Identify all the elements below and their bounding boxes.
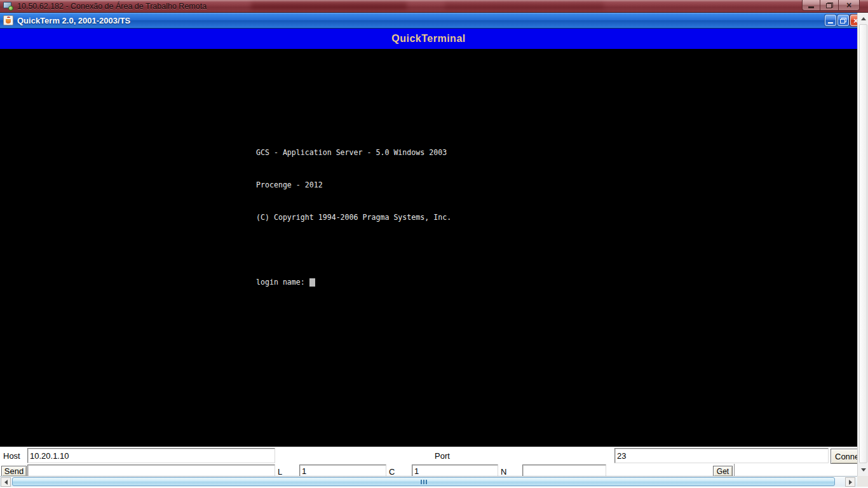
rdp-session-screen: 10.50.62.182 - Conexão de Área de Trabal…	[0, 0, 868, 488]
restore-button[interactable]	[837, 15, 849, 26]
minimize-button[interactable]	[802, 0, 820, 11]
send-button[interactable]: Send	[1, 466, 27, 477]
terminal-prompt-line: login name:	[256, 277, 451, 288]
arrow-up-icon	[861, 17, 866, 20]
terminal-line	[256, 245, 451, 255]
horizontal-scrollbar[interactable]	[0, 476, 857, 487]
remote-desktop-icon	[3, 2, 13, 11]
column-input[interactable]	[412, 464, 498, 477]
vertical-scrollbar[interactable]	[857, 13, 868, 476]
terminal-line: GCS - Application Server - 5.0 Windows 2…	[256, 147, 451, 158]
minimize-icon	[808, 6, 814, 8]
line-input[interactable]	[299, 464, 386, 477]
login-prompt: login name:	[256, 278, 305, 287]
rdp-window-title: 10.50.62.182 - Conexão de Área de Trabal…	[17, 2, 207, 11]
arrow-down-icon	[861, 468, 866, 471]
host-input[interactable]	[27, 448, 275, 463]
minimize-button[interactable]	[825, 15, 836, 26]
close-button[interactable]: ×	[839, 0, 860, 11]
scroll-right-button[interactable]	[845, 477, 855, 487]
minimize-icon	[828, 22, 833, 24]
arrow-right-icon	[849, 480, 852, 485]
block-cursor	[309, 278, 315, 287]
titlebar-glass-artifact	[251, 3, 407, 10]
terminal-output: GCS - Application Server - 5.0 Windows 2…	[256, 126, 451, 309]
connection-form: Host Port Conne Send L C N Get	[0, 447, 857, 477]
host-label: Host	[3, 451, 20, 461]
app-header-title: QuickTerminal	[391, 33, 465, 44]
column-label: C	[389, 467, 395, 477]
horizontal-scrollbar-thumb[interactable]	[12, 477, 835, 486]
terminal-screen[interactable]: GCS - Application Server - 5.0 Windows 2…	[0, 49, 857, 447]
quickterm-window: QuickTerm 2.0, 2001-2003/TS × QuickTermi…	[0, 13, 857, 477]
rdp-window-controls: ×	[802, 0, 860, 11]
app-icon	[3, 15, 13, 25]
connect-button[interactable]: Conne	[831, 449, 861, 464]
terminal-line: Procenge - 2012	[256, 180, 451, 191]
vertical-scrollbar-thumb[interactable]	[859, 24, 867, 463]
app-window-title: QuickTerm 2.0, 2001-2003/TS	[17, 16, 130, 25]
restore-icon	[840, 18, 846, 24]
restore-icon	[826, 3, 833, 8]
port-input[interactable]	[614, 448, 829, 463]
scroll-left-button[interactable]	[1, 477, 11, 487]
scroll-down-button[interactable]	[858, 465, 868, 474]
line-label: L	[278, 467, 282, 477]
rdp-titlebar[interactable]: 10.50.62.182 - Conexão de Área de Trabal…	[0, 0, 868, 13]
get-button[interactable]: Get	[713, 466, 733, 477]
scrollbar-corner	[857, 476, 868, 487]
app-titlebar[interactable]: QuickTerm 2.0, 2001-2003/TS ×	[0, 13, 857, 29]
app-window-controls: ×	[825, 15, 862, 26]
n-input[interactable]	[522, 464, 606, 477]
restore-button[interactable]	[820, 0, 839, 11]
app-header-banner: QuickTerminal	[0, 29, 857, 49]
arrow-left-icon	[4, 480, 8, 485]
titlebar-glass-artifact	[445, 3, 604, 10]
n-label: N	[501, 467, 506, 477]
send-input[interactable]	[27, 464, 275, 477]
scroll-up-button[interactable]	[858, 14, 868, 23]
terminal-line: (C) Copyright 1994-2006 Pragma Systems, …	[256, 212, 451, 223]
port-label: Port	[435, 451, 450, 461]
close-icon: ×	[846, 1, 851, 10]
